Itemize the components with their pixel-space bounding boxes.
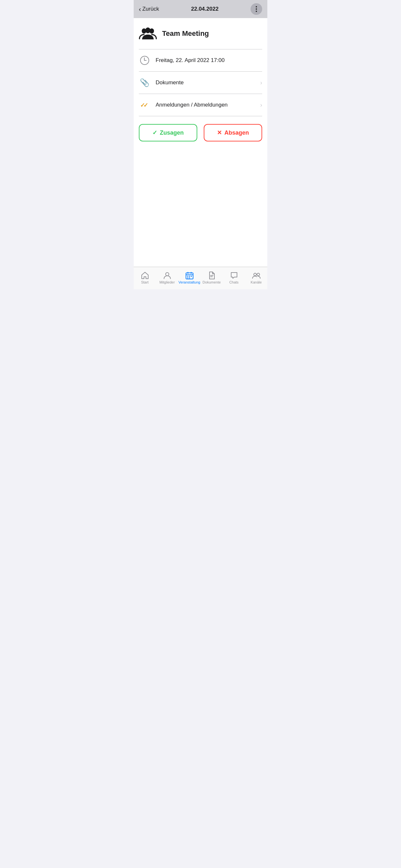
svg-point-10 — [254, 273, 256, 276]
double-check-icon — [140, 102, 149, 108]
content-area: Team Meeting Freitag, 22. April 2022 17:… — [134, 18, 267, 267]
registrations-label: Anmeldungen / Abmeldungen — [156, 102, 255, 108]
action-buttons: ✓ Zusagen ✕ Absagen — [134, 116, 267, 149]
back-label: Zurück — [143, 6, 159, 12]
event-header: Team Meeting — [134, 18, 267, 49]
tab-veranstaltung-label: Veranstaltung — [179, 280, 200, 284]
person-icon — [163, 271, 172, 280]
svg-point-2 — [145, 27, 150, 33]
svg-point-3 — [166, 273, 169, 276]
decline-button[interactable]: ✕ Absagen — [204, 124, 262, 142]
tab-kanale-label: Kanäle — [251, 280, 261, 284]
svg-point-11 — [257, 273, 259, 276]
more-button[interactable] — [251, 3, 262, 15]
back-chevron-icon: ‹ — [139, 5, 141, 13]
datetime-row: Freitag, 22. April 2022 17:00 — [134, 50, 267, 71]
back-button[interactable]: ‹ Zurück — [139, 5, 159, 13]
x-icon: ✕ — [217, 129, 222, 136]
tab-bar: Start Mitglieder Veranstaltung Dokume — [134, 267, 267, 289]
chevron-right-icon-2: › — [260, 102, 262, 108]
home-icon — [141, 271, 149, 280]
document-icon — [208, 271, 216, 280]
chevron-right-icon: › — [260, 80, 262, 86]
confirm-button[interactable]: ✓ Zusagen — [139, 124, 197, 142]
confirm-label: Zusagen — [160, 129, 184, 136]
clock-icon — [140, 56, 149, 65]
svg-rect-6 — [189, 276, 190, 277]
svg-rect-8 — [187, 277, 188, 278]
tab-dokumente-label: Dokumente — [203, 280, 220, 284]
documents-row[interactable]: 📎 Dokumente › — [134, 72, 267, 94]
tab-chats-label: Chats — [229, 280, 239, 284]
tab-kanale[interactable]: Kanäle — [245, 271, 267, 284]
tab-chats[interactable]: Chats — [223, 271, 245, 284]
calendar-icon — [185, 271, 194, 280]
tab-start-label: Start — [141, 280, 149, 284]
channels-icon — [252, 271, 260, 280]
tab-start[interactable]: Start — [134, 271, 156, 284]
decline-label: Absagen — [224, 129, 249, 136]
documents-label: Dokumente — [156, 80, 255, 86]
check-icon: ✓ — [152, 129, 157, 136]
chat-icon — [230, 271, 238, 280]
content-spacer — [134, 149, 267, 267]
nav-title: 22.04.2022 — [191, 6, 219, 12]
paperclip-icon-wrapper: 📎 — [139, 77, 150, 89]
event-title: Team Meeting — [162, 29, 209, 38]
svg-rect-5 — [187, 276, 188, 277]
datetime-label: Freitag, 22. April 2022 17:00 — [156, 57, 262, 64]
svg-rect-9 — [189, 277, 190, 278]
double-check-icon-wrapper — [139, 99, 150, 111]
clock-icon-wrapper — [139, 55, 150, 66]
tab-veranstaltung[interactable]: Veranstaltung — [178, 271, 201, 284]
more-dots-icon — [256, 6, 257, 12]
nav-bar: ‹ Zurück 22.04.2022 — [134, 0, 267, 18]
group-icon — [139, 25, 157, 42]
tab-mitglieder[interactable]: Mitglieder — [156, 271, 178, 284]
tab-dokumente[interactable]: Dokumente — [201, 271, 223, 284]
paperclip-icon: 📎 — [140, 78, 150, 87]
tab-mitglieder-label: Mitglieder — [159, 280, 175, 284]
svg-rect-7 — [191, 276, 192, 277]
registrations-row[interactable]: Anmeldungen / Abmeldungen › — [134, 94, 267, 116]
